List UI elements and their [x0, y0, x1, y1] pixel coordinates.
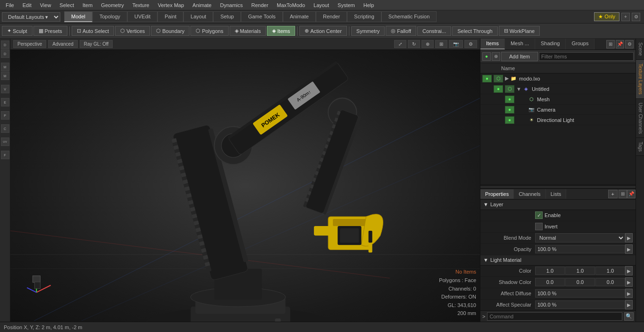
item-row-light[interactable]: ● ☀ Directional Light	[480, 115, 636, 125]
tab-scripting[interactable]: Scripting	[347, 11, 381, 22]
menu-animate[interactable]: Animate	[189, 1, 215, 9]
symmetry-button[interactable]: Symmetry	[351, 26, 385, 36]
tab-schematic[interactable]: Schematic Fusion	[381, 11, 437, 22]
color-r[interactable]: 1.0	[535, 267, 565, 275]
tab-paint[interactable]: Paint	[157, 11, 183, 22]
constraints-button[interactable]: Constrai...	[417, 26, 451, 36]
sculpt-button[interactable]: ✦ Sculpt	[2, 26, 33, 36]
section-layer[interactable]: ▼ Layer	[480, 200, 636, 210]
eye-toggle-icon[interactable]: ●	[482, 52, 491, 61]
settings-icon[interactable]: ⚙	[632, 13, 640, 21]
shadow-r[interactable]: 0.0	[535, 278, 565, 286]
shadow-g[interactable]: 0.0	[565, 278, 595, 286]
menu-system[interactable]: System	[334, 1, 359, 9]
link-icon[interactable]: ⊕	[492, 52, 500, 61]
vertices-button[interactable]: ⬡ Vertices	[115, 26, 150, 36]
command-expand[interactable]: >	[482, 314, 485, 319]
layout-select[interactable]: Default Layouts ▾	[2, 12, 60, 22]
color-g[interactable]: 1.0	[565, 267, 595, 275]
shadow-b[interactable]: 0.0	[595, 278, 625, 286]
left-tool-6[interactable]: P	[1, 111, 9, 120]
menu-maxtomode[interactable]: MaxToModo	[273, 1, 309, 9]
opacity-value[interactable]: 100.0 %	[535, 245, 625, 253]
menu-layout[interactable]: Layout	[310, 1, 333, 9]
menu-select[interactable]: Select	[56, 1, 78, 9]
tab-properties[interactable]: Properties	[480, 189, 514, 199]
affect-specular-arrow[interactable]: ▶	[625, 300, 633, 309]
add-item-button[interactable]: Add Item	[501, 52, 538, 61]
command-input[interactable]	[487, 312, 622, 321]
left-tool-3[interactable]: M	[1, 72, 9, 80]
blend-mode-select[interactable]: Normal Add Multiply Screen	[535, 233, 625, 243]
section-light-material[interactable]: ▼ Light Material	[480, 255, 636, 266]
left-tool-7[interactable]: C	[1, 124, 9, 133]
viewport-perspective[interactable]: Perspective	[13, 40, 46, 48]
menu-item[interactable]: Item	[79, 1, 96, 9]
materials-button[interactable]: ◈ Materials	[230, 26, 266, 36]
left-tool-8[interactable]: UV	[1, 138, 9, 146]
polygons-button[interactable]: ⬡ Polygons	[190, 26, 228, 36]
left-tool-1[interactable]: D	[1, 49, 9, 58]
left-tool-4[interactable]: V	[1, 85, 9, 93]
left-tool-9[interactable]: F	[1, 151, 9, 159]
command-search-icon[interactable]: 🔍	[624, 312, 634, 321]
tab-lists[interactable]: Lists	[546, 189, 567, 199]
vtab-user-channels[interactable]: User Channels	[636, 99, 644, 138]
menu-file[interactable]: File	[2, 1, 18, 9]
props-pin-icon[interactable]: 📌	[627, 190, 636, 198]
props-maximize-icon[interactable]: ⊞	[619, 190, 627, 198]
menu-help[interactable]: Help	[360, 1, 378, 9]
eye-icon-untitled[interactable]: ●	[494, 85, 503, 93]
vtab-tags[interactable]: Tags	[636, 138, 644, 156]
viewport-fit-icon[interactable]: ⊞	[435, 40, 447, 48]
left-tool-5[interactable]: E	[1, 98, 9, 106]
tab-uvedit[interactable]: UVEdit	[127, 11, 157, 22]
viewport-settings-icon[interactable]: ⚙	[464, 40, 477, 48]
props-add-button[interactable]: +	[608, 190, 618, 198]
menu-dynamics[interactable]: Dynamics	[216, 1, 247, 9]
viewport-advanced[interactable]: Advanced	[48, 40, 77, 48]
blend-mode-arrow[interactable]: ▶	[625, 233, 633, 243]
tab-topology[interactable]: Topology	[92, 11, 127, 22]
menu-geometry[interactable]: Geometry	[97, 1, 127, 9]
color-b[interactable]: 1.0	[595, 267, 625, 275]
link-icon-lxo[interactable]: ⬡	[494, 75, 503, 82]
left-tool-0[interactable]: D	[1, 40, 9, 49]
star-badge[interactable]: ★ Only	[594, 12, 619, 21]
color-arrow[interactable]: ▶	[625, 266, 633, 275]
affect-diffuse-arrow[interactable]: ▶	[625, 289, 633, 298]
affect-diffuse-value[interactable]: 100.0 %	[535, 289, 625, 298]
menu-edit[interactable]: Edit	[19, 1, 35, 9]
item-row-lxo[interactable]: ● ⬡ ▶ 📁 modo.lxo	[480, 73, 636, 84]
left-tool-2[interactable]: M	[1, 63, 9, 71]
tab-mesh[interactable]: Mesh ...	[505, 39, 535, 49]
falloff-button[interactable]: ◎ Falloff	[386, 26, 416, 36]
triangle-lxo[interactable]: ▶	[505, 75, 509, 81]
select-through-button[interactable]: Select Through	[452, 26, 497, 36]
presets-button[interactable]: ▦ Presets	[33, 26, 67, 36]
menu-vertex-map[interactable]: Vertex Map	[154, 1, 188, 9]
shadow-color-arrow[interactable]: ▶	[625, 277, 633, 287]
items-button[interactable]: ◈ Items	[267, 26, 295, 36]
menu-render[interactable]: Render	[248, 1, 272, 9]
eye-icon-lxo[interactable]: ●	[482, 75, 492, 82]
plus-button[interactable]: +	[621, 13, 630, 21]
affect-specular-value[interactable]: 100.0 %	[535, 300, 625, 309]
invert-checkbox[interactable]	[535, 223, 543, 230]
enable-checkbox[interactable]: ✓	[535, 211, 543, 219]
viewport-camera-icon[interactable]: 📷	[449, 40, 463, 48]
workplane-button[interactable]: ⊟ WorkPlane	[499, 26, 540, 36]
panel-settings-icon[interactable]: ⚙	[625, 40, 634, 49]
boundary-button[interactable]: ⬡ Boundary	[151, 26, 190, 36]
vtab-scene[interactable]: Scene	[636, 39, 644, 60]
tab-groups[interactable]: Groups	[566, 39, 594, 49]
link-icon-untitled[interactable]: ⬡	[505, 85, 514, 93]
tab-game-tools[interactable]: Game Tools	[241, 11, 283, 22]
action-center-button[interactable]: ⊕ Action Center	[299, 26, 347, 36]
panel-maximize-icon[interactable]: ⊞	[606, 40, 615, 49]
eye-icon-light[interactable]: ●	[505, 116, 514, 124]
filter-items-input[interactable]	[539, 52, 634, 61]
tab-setup[interactable]: Setup	[213, 11, 241, 22]
panel-pin-icon[interactable]: 📌	[616, 40, 624, 49]
tab-render[interactable]: Render	[316, 11, 347, 22]
